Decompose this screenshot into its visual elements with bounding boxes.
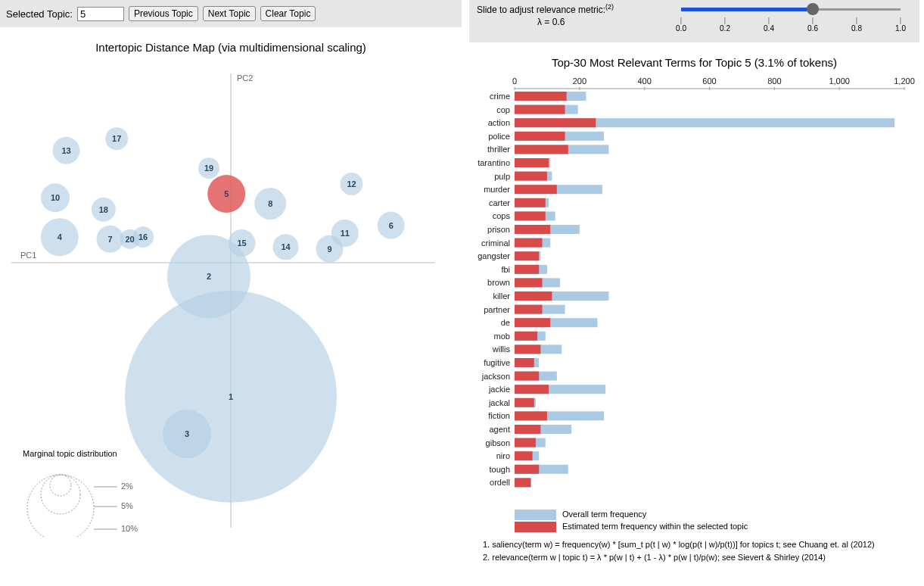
footnotes: 1. saliency(term w) = frequency(w) * [su… — [483, 538, 919, 563]
term-frequency-bar-chart[interactable]: 02004006008001,0001,200crimecopactionpol… — [469, 73, 919, 505]
legend-topic: Estimated term frequency within the sele… — [515, 522, 919, 532]
svg-rect-118 — [515, 305, 542, 314]
svg-rect-151 — [515, 451, 533, 460]
svg-text:tarantino: tarantino — [478, 158, 510, 167]
svg-text:action: action — [488, 118, 510, 127]
clear-topic-button[interactable]: Clear Topic — [260, 6, 316, 21]
svg-point-45 — [41, 475, 80, 514]
svg-text:killer: killer — [493, 291, 510, 301]
svg-text:gibson: gibson — [486, 438, 510, 447]
previous-topic-button[interactable]: Previous Topic — [129, 6, 198, 21]
svg-text:gangster: gangster — [478, 251, 510, 260]
svg-rect-103 — [515, 238, 542, 248]
svg-text:200: 200 — [573, 76, 586, 86]
svg-text:carter: carter — [489, 198, 510, 207]
svg-rect-112 — [515, 278, 542, 287]
svg-text:600: 600 — [702, 76, 716, 86]
svg-text:jackal: jackal — [488, 398, 510, 407]
relevance-slider[interactable]: 0.00.20.40.60.81.0 — [681, 3, 901, 35]
svg-rect-73 — [515, 105, 565, 114]
svg-rect-127 — [515, 344, 540, 354]
svg-text:PC2: PC2 — [237, 73, 253, 83]
svg-rect-157 — [515, 478, 530, 487]
svg-rect-91 — [515, 185, 557, 194]
svg-rect-85 — [515, 158, 549, 167]
svg-text:cop: cop — [496, 105, 510, 114]
svg-text:willis: willis — [492, 344, 511, 354]
marginal-distribution-label: Marginal topic distribution — [23, 449, 151, 458]
svg-text:6: 6 — [389, 221, 394, 230]
svg-text:pulp: pulp — [494, 172, 510, 181]
lambda-value: λ = 0.6 — [537, 17, 565, 27]
svg-text:PC1: PC1 — [20, 251, 36, 260]
svg-rect-106 — [515, 251, 539, 260]
svg-rect-124 — [515, 332, 537, 341]
topic-toolbar: Selected Topic: Previous Topic Next Topi… — [0, 0, 462, 27]
bar-chart-title: Top-30 Most Relevant Terms for Topic 5 (… — [469, 56, 919, 69]
svg-text:11: 11 — [341, 229, 350, 238]
svg-text:jackie: jackie — [488, 385, 510, 394]
next-topic-button[interactable]: Next Topic — [203, 6, 256, 21]
svg-text:1: 1 — [229, 392, 233, 401]
relevance-slider-label: Slide to adjust relevance metric:(2) — [477, 3, 614, 15]
footnote-2: 2. relevance(term w | topic t) = λ * p(w… — [483, 551, 919, 564]
svg-text:criminal: criminal — [481, 238, 510, 248]
marginal-distribution-legend: Marginal topic distribution 2% 5% 10% — [23, 449, 151, 537]
legend-overall: Overall term frequency — [515, 510, 919, 520]
svg-rect-145 — [515, 425, 540, 434]
svg-text:4: 4 — [58, 232, 63, 242]
svg-text:cops: cops — [493, 211, 511, 220]
svg-text:19: 19 — [204, 164, 213, 173]
svg-rect-82 — [515, 145, 568, 154]
svg-text:agent: agent — [489, 425, 510, 434]
svg-rect-130 — [515, 358, 534, 367]
svg-rect-94 — [515, 198, 546, 207]
svg-rect-97 — [515, 211, 546, 220]
svg-text:brown: brown — [487, 278, 510, 287]
svg-text:14: 14 — [281, 242, 291, 251]
svg-rect-109 — [515, 265, 539, 274]
svg-text:niro: niro — [496, 451, 510, 460]
svg-text:crime: crime — [490, 92, 510, 101]
svg-rect-70 — [515, 92, 567, 101]
svg-text:ordell: ordell — [490, 478, 510, 487]
svg-rect-136 — [515, 385, 549, 394]
svg-rect-142 — [515, 411, 547, 420]
svg-text:1,000: 1,000 — [829, 76, 850, 86]
svg-text:17: 17 — [112, 134, 121, 143]
svg-text:12: 12 — [347, 179, 356, 189]
selected-topic-label: Selected Topic: — [6, 8, 73, 20]
svg-text:thriller: thriller — [487, 145, 510, 154]
svg-text:2: 2 — [207, 272, 211, 281]
svg-text:8: 8 — [268, 199, 272, 208]
svg-rect-139 — [515, 398, 534, 407]
svg-rect-76 — [515, 118, 596, 127]
svg-text:mob: mob — [494, 332, 510, 341]
svg-text:18: 18 — [99, 205, 108, 214]
svg-rect-79 — [515, 132, 565, 141]
svg-text:2%: 2% — [121, 482, 133, 491]
svg-text:partner: partner — [484, 305, 510, 314]
svg-text:tough: tough — [489, 465, 510, 474]
svg-point-44 — [27, 475, 94, 537]
svg-text:fbi: fbi — [501, 265, 510, 274]
svg-text:murder: murder — [484, 185, 510, 194]
svg-rect-133 — [515, 372, 539, 381]
selected-topic-input[interactable] — [77, 7, 124, 21]
svg-text:5%: 5% — [121, 501, 133, 510]
svg-text:de: de — [501, 318, 510, 327]
svg-text:7: 7 — [107, 235, 112, 244]
svg-rect-148 — [515, 438, 536, 447]
svg-text:fiction: fiction — [488, 411, 510, 420]
svg-text:9: 9 — [327, 245, 331, 254]
footnote-1: 1. saliency(term w) = frequency(w) * [su… — [483, 538, 919, 551]
svg-text:20: 20 — [125, 235, 134, 244]
svg-text:prison: prison — [487, 225, 510, 234]
svg-text:1,200: 1,200 — [894, 76, 915, 86]
svg-text:fugitive: fugitive — [484, 358, 510, 367]
svg-text:3: 3 — [185, 429, 189, 438]
svg-rect-115 — [515, 291, 552, 301]
svg-text:10%: 10% — [121, 524, 138, 533]
svg-rect-121 — [515, 318, 550, 327]
svg-text:16: 16 — [138, 232, 148, 242]
